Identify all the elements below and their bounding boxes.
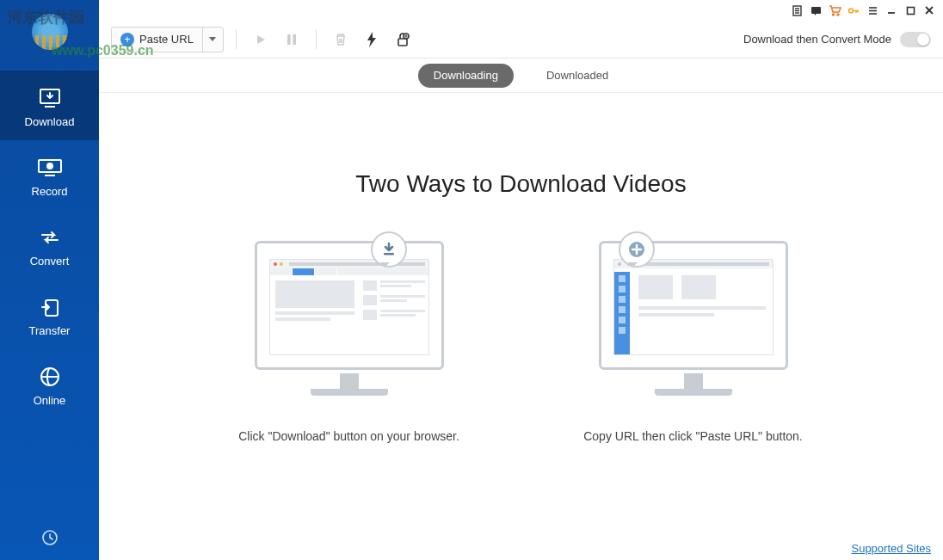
turbo-button[interactable] <box>360 28 384 52</box>
notes-icon[interactable] <box>790 3 804 17</box>
paste-url-button[interactable]: + Paste URL <box>111 27 224 52</box>
close-icon[interactable] <box>922 3 936 17</box>
main-area: + Paste URL Download then Convert Mode D… <box>99 0 943 560</box>
sidebar-item-convert[interactable]: Convert <box>0 210 99 280</box>
way2-caption: Copy URL then click "Paste URL" button. <box>583 428 803 446</box>
sidebar: Download Record Convert Transfer <box>0 0 99 560</box>
delete-button[interactable] <box>329 28 353 52</box>
paste-url-label: Paste URL <box>139 33 194 46</box>
sidebar-item-download[interactable]: Download <box>0 71 99 140</box>
svg-point-15 <box>849 9 854 13</box>
sidebar-item-label: Transfer <box>29 324 71 337</box>
convert-mode-label: Download then Convert Mode <box>743 33 891 46</box>
sidebar-item-label: Convert <box>30 255 70 268</box>
convert-mode-toggle[interactable] <box>900 32 931 47</box>
svg-point-3 <box>47 163 52 169</box>
sidebar-item-online[interactable]: Online <box>0 349 99 419</box>
sidebar-item-record[interactable]: Record <box>0 140 99 210</box>
cart-icon[interactable] <box>828 3 841 17</box>
key-icon[interactable] <box>847 3 860 17</box>
record-icon <box>34 156 65 180</box>
minimize-icon[interactable] <box>884 3 898 17</box>
svg-rect-12 <box>811 7 821 14</box>
svg-point-13 <box>832 14 834 15</box>
way1-caption: Click "Download" button on your browser. <box>238 428 459 446</box>
sidebar-item-label: Online <box>34 394 66 407</box>
svg-rect-23 <box>287 34 291 45</box>
scheduler-icon[interactable] <box>41 529 59 550</box>
tab-downloading[interactable]: Downloading <box>418 64 514 88</box>
svg-rect-24 <box>293 34 296 45</box>
pause-button[interactable] <box>280 28 304 52</box>
app-logo <box>0 10 99 53</box>
paste-url-dropdown[interactable] <box>202 28 223 52</box>
sidebar-item-label: Record <box>32 185 68 198</box>
add-plus-icon <box>619 231 655 268</box>
svg-point-14 <box>837 14 839 15</box>
menu-icon[interactable] <box>866 3 879 17</box>
way-browser-download: Click "Download" button on your browser. <box>220 241 478 446</box>
plus-icon: + <box>120 33 134 46</box>
toolbar: + Paste URL Download then Convert Mode <box>99 21 943 58</box>
convert-icon <box>34 225 65 249</box>
lock-button[interactable] <box>391 28 415 52</box>
transfer-icon <box>34 295 65 319</box>
svg-rect-27 <box>384 253 394 255</box>
play-button[interactable] <box>249 28 273 52</box>
headline: Two Ways to Download Videos <box>355 170 686 198</box>
way-paste-url: Copy URL then click "Paste URL" button. <box>564 241 823 446</box>
sidebar-item-label: Download <box>25 115 75 128</box>
svg-rect-20 <box>907 7 914 14</box>
titlebar <box>99 0 943 21</box>
tabs: Downloading Downloaded <box>99 58 943 93</box>
content-area: Two Ways to Download Videos <box>99 93 943 560</box>
feedback-icon[interactable] <box>809 3 823 17</box>
tab-downloaded[interactable]: Downloaded <box>531 64 624 88</box>
maximize-icon[interactable] <box>903 3 917 17</box>
online-icon <box>34 365 65 389</box>
sidebar-item-transfer[interactable]: Transfer <box>0 280 99 349</box>
svg-rect-25 <box>398 39 407 46</box>
download-icon <box>34 86 65 110</box>
supported-sites-link[interactable]: Supported Sites <box>851 542 931 555</box>
download-arrow-icon <box>371 231 407 268</box>
